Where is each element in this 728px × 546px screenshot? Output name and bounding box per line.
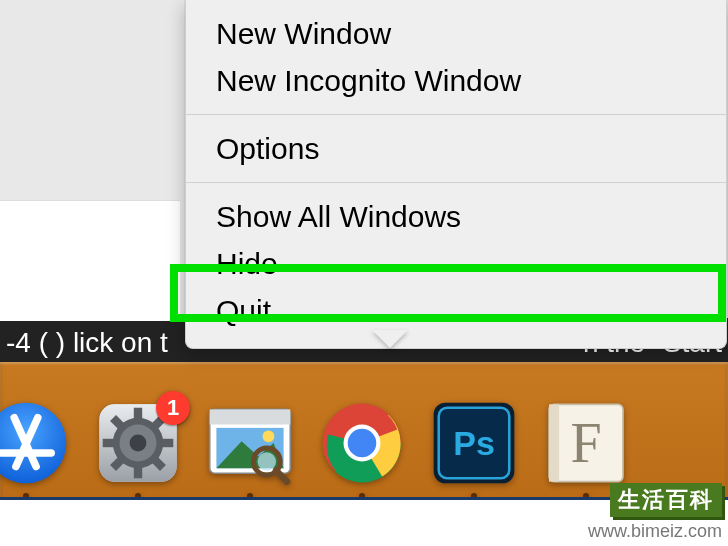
svg-rect-8 bbox=[134, 467, 142, 479]
menu-separator bbox=[186, 182, 726, 183]
menu-item-options[interactable]: Options bbox=[186, 125, 726, 172]
chrome-icon bbox=[320, 401, 404, 485]
notification-badge: 1 bbox=[156, 391, 190, 425]
menu-item-new-incognito-window[interactable]: New Incognito Window bbox=[186, 57, 726, 104]
dock-context-menu[interactable]: New Window New Incognito Window Options … bbox=[185, 0, 727, 349]
menu-item-new-window[interactable]: New Window bbox=[186, 10, 726, 57]
svg-rect-9 bbox=[103, 439, 115, 447]
svg-point-16 bbox=[130, 435, 147, 452]
dock-icon-app-store[interactable] bbox=[0, 401, 68, 485]
svg-point-0 bbox=[0, 403, 66, 484]
dock-icon-system-preferences[interactable]: 1 bbox=[96, 401, 180, 485]
svg-rect-18 bbox=[210, 409, 291, 424]
svg-rect-10 bbox=[162, 439, 174, 447]
dock-icon-photoshop[interactable]: Ps bbox=[432, 401, 516, 485]
window-panel bbox=[0, 200, 180, 321]
fontbook-label: F bbox=[544, 401, 628, 485]
dock-icon-font-book[interactable]: F bbox=[544, 401, 628, 485]
photos-icon bbox=[208, 401, 292, 485]
svg-rect-7 bbox=[134, 408, 142, 420]
svg-point-27 bbox=[348, 429, 377, 458]
appstore-icon bbox=[0, 401, 68, 485]
dock-icon-photos[interactable] bbox=[208, 401, 292, 485]
svg-point-21 bbox=[263, 430, 275, 442]
menu-item-quit[interactable]: Quit bbox=[186, 287, 726, 334]
watermark-badge: 生活百科 bbox=[610, 483, 722, 517]
menu-item-hide[interactable]: Hide bbox=[186, 240, 726, 287]
watermark-url: www.bimeiz.com bbox=[588, 521, 722, 541]
photoshop-label: Ps bbox=[432, 401, 516, 485]
menu-item-show-all-windows[interactable]: Show All Windows bbox=[186, 193, 726, 240]
dock-icon-chrome[interactable] bbox=[320, 401, 404, 485]
caption-left: -4 ( ) lick on t bbox=[6, 318, 168, 368]
svg-point-24 bbox=[258, 452, 276, 470]
menu-pointer-arrow bbox=[372, 330, 408, 348]
menu-separator bbox=[186, 114, 726, 115]
